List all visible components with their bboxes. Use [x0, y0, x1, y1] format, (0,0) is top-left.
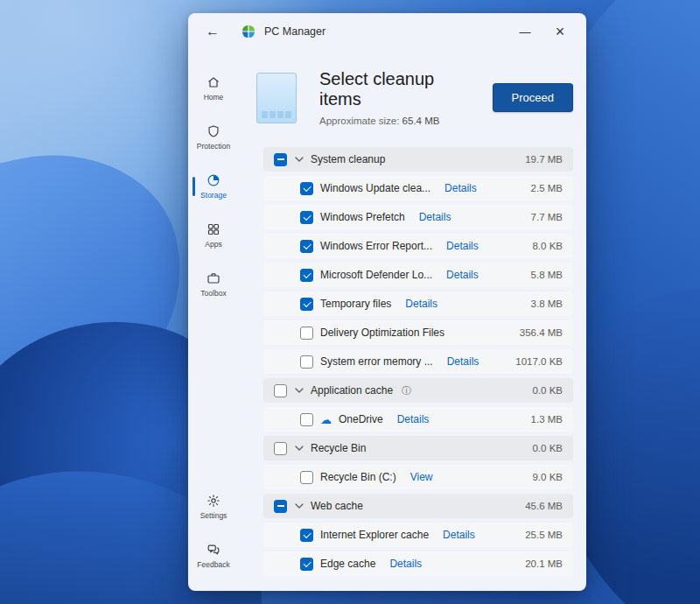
- info-icon[interactable]: ⓘ: [402, 384, 411, 397]
- sidebar-item-label: Settings: [200, 511, 228, 520]
- row-size: 8.0 KB: [532, 241, 563, 251]
- cleanup-row[interactable]: Windows Update clea... Details 2.5 MB: [263, 176, 573, 200]
- cleanup-row[interactable]: Windows Error Report... Details 8.0 KB: [263, 234, 573, 258]
- row-label: Internet Explorer cache: [320, 529, 429, 541]
- row-label: Temporary files: [320, 298, 391, 310]
- approximate-size: Approximate size: 65.4 MB: [319, 116, 479, 126]
- cleanup-row[interactable]: System cleanup 19.7 MB: [263, 147, 573, 172]
- cleanup-row[interactable]: Internet Explorer cache Details 25.5 MB: [263, 523, 573, 547]
- row-label: Web cache: [311, 500, 363, 512]
- cleanup-illustration: [256, 73, 297, 123]
- cleanup-row[interactable]: Application cache ⓘ 0.0 KB: [263, 378, 573, 403]
- row-label: Windows Update clea...: [320, 182, 430, 194]
- checkbox[interactable]: [300, 413, 313, 426]
- row-size: 356.4 MB: [520, 327, 563, 338]
- row-link[interactable]: View: [410, 471, 433, 483]
- checkbox[interactable]: [300, 211, 313, 224]
- row-label: Edge cache: [320, 558, 375, 570]
- row-label: Windows Prefetch: [320, 211, 405, 223]
- page-title: Select cleanup items: [319, 69, 479, 109]
- row-link[interactable]: Details: [444, 182, 477, 194]
- minimize-button[interactable]: —: [508, 18, 542, 45]
- feedback-icon: [206, 543, 220, 557]
- cleanup-row[interactable]: Delivery Optimization Files 356.4 MB: [263, 320, 573, 345]
- sidebar-item-label: Toolbox: [200, 289, 226, 298]
- cleanup-row[interactable]: Windows Prefetch Details 7.7 MB: [263, 205, 573, 229]
- checkbox[interactable]: [300, 182, 313, 195]
- row-link[interactable]: Details: [446, 240, 479, 252]
- shield-icon: [206, 124, 220, 138]
- checkbox[interactable]: [300, 240, 313, 253]
- chevron-down-icon[interactable]: [295, 157, 304, 162]
- cleanup-row[interactable]: Recycle Bin (C:) View 9.0 KB: [263, 465, 573, 489]
- sidebar-item-label: Feedback: [197, 560, 229, 569]
- chevron-down-icon[interactable]: [295, 446, 304, 451]
- cleanup-row[interactable]: ☁ OneDrive Details 1.3 MB: [263, 407, 573, 432]
- chevron-down-icon[interactable]: [295, 503, 304, 509]
- toolbox-icon: [206, 271, 220, 285]
- row-label: Microsoft Defender Lo...: [320, 269, 432, 281]
- checkbox[interactable]: [274, 500, 287, 513]
- row-size: 1017.0 KB: [515, 356, 563, 367]
- sidebar-item-toolbox[interactable]: Toolbox: [192, 262, 235, 307]
- sidebar-item-apps[interactable]: Apps: [192, 213, 235, 258]
- row-size: 9.0 KB: [532, 472, 563, 482]
- cleanup-row[interactable]: Microsoft Defender Lo... Details 5.8 MB: [263, 263, 573, 287]
- checkbox[interactable]: [274, 384, 287, 397]
- row-link[interactable]: Details: [419, 211, 452, 223]
- gear-icon: [206, 494, 220, 508]
- checkbox[interactable]: [300, 355, 313, 369]
- row-link[interactable]: Details: [405, 298, 438, 310]
- sidebar-item-home[interactable]: Home: [192, 66, 235, 111]
- back-button[interactable]: ←: [200, 20, 225, 43]
- row-label: Delivery Optimization Files: [320, 327, 444, 339]
- chevron-down-icon[interactable]: [295, 388, 304, 393]
- storage-pie-icon: [206, 173, 220, 187]
- checkbox[interactable]: [300, 529, 313, 542]
- home-icon: [206, 75, 220, 89]
- pc-manager-window: ← PC Manager — × Home: [188, 13, 586, 591]
- cleanup-row[interactable]: Web cache 45.6 MB: [263, 494, 573, 518]
- desktop-wallpaper: ← PC Manager — × Home: [0, 0, 700, 604]
- row-label: OneDrive: [339, 413, 383, 425]
- row-size: 5.8 MB: [531, 270, 563, 280]
- sidebar-item-storage[interactable]: Storage: [192, 164, 235, 209]
- cleanup-row[interactable]: Recycle Bin 0.0 KB: [263, 436, 573, 460]
- checkbox[interactable]: [300, 327, 313, 340]
- sidebar-item-feedback[interactable]: Feedback: [192, 533, 235, 579]
- row-link[interactable]: Details: [389, 558, 422, 570]
- cleanup-row[interactable]: Temporary files Details 3.8 MB: [263, 291, 573, 316]
- window-title: PC Manager: [264, 25, 326, 38]
- sidebar-item-settings[interactable]: Settings: [192, 484, 235, 530]
- cleanup-row[interactable]: System error memory ... Details 1017.0 K…: [263, 349, 573, 374]
- sidebar-item-label: Storage: [200, 191, 227, 200]
- onedrive-cloud-icon: ☁: [320, 414, 332, 425]
- row-link[interactable]: Details: [397, 413, 430, 425]
- checkbox[interactable]: [300, 558, 313, 571]
- row-size: 2.5 MB: [531, 183, 563, 193]
- checkbox[interactable]: [300, 298, 313, 311]
- row-size: 45.6 MB: [525, 501, 563, 511]
- approximate-size-value: 65.4 MB: [402, 116, 440, 126]
- cleanup-header: Select cleanup items Approximate size: 6…: [256, 60, 573, 147]
- checkbox[interactable]: [300, 471, 313, 484]
- sidebar-item-protection[interactable]: Protection: [192, 115, 235, 160]
- row-link[interactable]: Details: [443, 529, 475, 541]
- titlebar: ← PC Manager — ×: [188, 13, 586, 50]
- row-label: Windows Error Report...: [320, 240, 432, 252]
- row-size: 3.8 MB: [531, 298, 563, 309]
- sidebar: Home Protection Storage: [188, 50, 239, 591]
- sidebar-item-label: Protection: [197, 142, 230, 151]
- row-size: 19.7 MB: [525, 154, 563, 165]
- row-link[interactable]: Details: [446, 269, 479, 281]
- row-size: 25.5 MB: [525, 530, 563, 540]
- checkbox[interactable]: [274, 442, 287, 455]
- approximate-size-label: Approximate size:: [319, 116, 399, 126]
- checkbox[interactable]: [274, 153, 287, 166]
- cleanup-row[interactable]: Edge cache Details 20.1 MB: [263, 551, 573, 576]
- row-link[interactable]: Details: [447, 355, 480, 368]
- proceed-button[interactable]: Proceed: [493, 83, 573, 112]
- row-size: 0.0 KB: [532, 385, 563, 396]
- checkbox[interactable]: [300, 269, 313, 282]
- close-button[interactable]: ×: [542, 18, 578, 45]
